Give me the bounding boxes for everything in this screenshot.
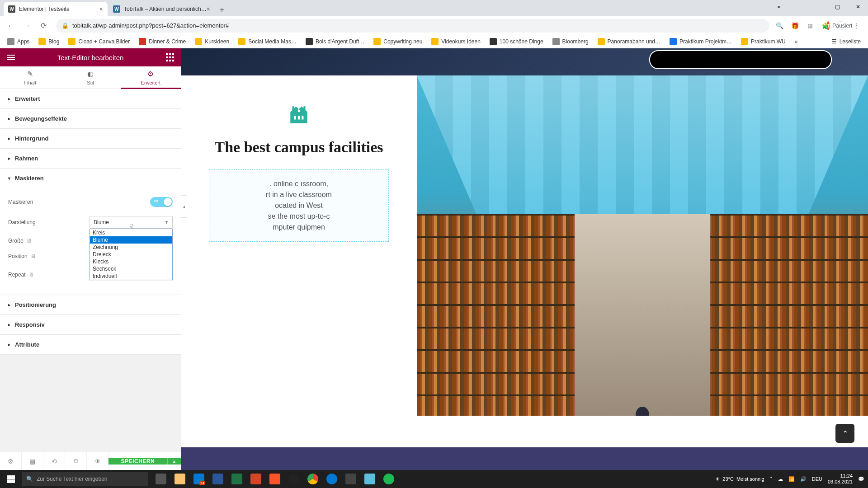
- section-bewegungseffekte[interactable]: ▸Bewegungseffekte: [0, 109, 181, 128]
- account-dot-icon[interactable]: ●: [769, 0, 789, 14]
- tab-advanced[interactable]: ⚙Erweitert: [121, 66, 181, 89]
- zoom-icon[interactable]: 🔍: [775, 21, 784, 30]
- tray-expand-button[interactable]: ˄: [770, 476, 773, 482]
- volume-icon[interactable]: 🔊: [800, 476, 807, 482]
- gift-icon[interactable]: 🎁: [790, 21, 799, 30]
- footer-section: [181, 447, 868, 470]
- shape-option-sechseck[interactable]: Sechseck: [90, 265, 172, 272]
- chrome-button[interactable]: [304, 470, 322, 488]
- back-button[interactable]: ←: [4, 19, 18, 33]
- shape-option-blume[interactable]: Blume: [90, 236, 172, 244]
- section-erweitert[interactable]: ▸Erweitert: [0, 89, 181, 108]
- word-button[interactable]: [209, 470, 227, 488]
- language-indicator[interactable]: DEU: [812, 476, 822, 482]
- history-icon: ⟲: [52, 458, 57, 465]
- shape-option-dreieck[interactable]: Dreieck: [90, 251, 172, 258]
- task-view-button[interactable]: [152, 470, 170, 488]
- bookmark-item[interactable]: Praktikum Projektm…: [666, 36, 736, 47]
- collapse-panel-button[interactable]: ◂: [181, 195, 187, 218]
- desktop-icon[interactable]: 🖥: [30, 253, 36, 259]
- history-button[interactable]: ⟲: [43, 452, 65, 470]
- app-button[interactable]: [342, 470, 360, 488]
- navigator-button[interactable]: ▤: [22, 452, 43, 470]
- new-tab-button[interactable]: +: [216, 4, 228, 16]
- shape-option-zeichnung[interactable]: Zeichnung: [90, 244, 172, 251]
- maximize-button[interactable]: ▢: [827, 0, 848, 14]
- responsive-button[interactable]: ⧉: [65, 452, 87, 470]
- shape-option-individuell[interactable]: Individuell: [90, 272, 172, 280]
- desktop-icon[interactable]: 🖥: [26, 238, 32, 244]
- taskbar-search[interactable]: 🔍Zur Suche Text hier eingeben: [22, 472, 148, 486]
- shape-option-kreis[interactable]: Kreis: [90, 229, 172, 236]
- panel-body[interactable]: ▸Erweitert ▸Bewegungseffekte ▸Hintergrun…: [0, 89, 181, 452]
- section-hintergrund[interactable]: ▸Hintergrund: [0, 129, 181, 148]
- panel-header: Text-Editor bearbeiten: [0, 48, 181, 66]
- outlook-button[interactable]: 24: [190, 470, 208, 488]
- save-options-button[interactable]: ▲: [167, 458, 181, 465]
- masked-text-widget[interactable]: . online c ıssroom, rt in a live classro…: [209, 169, 389, 242]
- bookmark-overflow[interactable]: »: [791, 37, 802, 47]
- obs-button[interactable]: [285, 470, 303, 488]
- preview-area[interactable]: ◂ The best campus facilities . online c …: [181, 48, 868, 470]
- section-attribute[interactable]: ▸Attribute: [0, 335, 181, 354]
- excel-button[interactable]: [228, 470, 246, 488]
- bookmark-item[interactable]: Dinner & Crime: [135, 36, 189, 47]
- shape-select[interactable]: Blume ▼ Kreis Blume Zeichnung Dreieck Kl…: [90, 216, 173, 229]
- bookmark-item[interactable]: Blog: [35, 36, 63, 47]
- weather-widget[interactable]: ☀23°CMeist sonnig: [715, 476, 764, 482]
- close-icon[interactable]: ×: [99, 5, 103, 13]
- tab-content[interactable]: ✎Inhalt: [0, 66, 60, 89]
- bookmark-item[interactable]: Videokurs Ideen: [428, 36, 484, 47]
- bookmark-item[interactable]: B100 schöne Dinge: [486, 36, 547, 47]
- bookmark-item[interactable]: Panoramabahn und…: [594, 36, 664, 47]
- scroll-top-button[interactable]: ⌃: [835, 424, 854, 443]
- minimize-button[interactable]: —: [807, 0, 827, 14]
- explorer-button[interactable]: [171, 470, 189, 488]
- bookmark-item[interactable]: Praktikum WU: [737, 36, 789, 47]
- menu-button[interactable]: [5, 52, 16, 63]
- browser-tab[interactable]: W TobiTalk – Aktien und persönlich… ×: [108, 2, 215, 16]
- url-input[interactable]: 🔒 tobitalk.at/wp-admin/post.php?post=627…: [56, 19, 769, 33]
- bookmark-item[interactable]: Copywriting neu: [370, 36, 426, 47]
- bookmark-item[interactable]: Bloomberg: [549, 36, 592, 47]
- notepad-button[interactable]: [361, 470, 379, 488]
- section-responsiv[interactable]: ▸Responsiv: [0, 315, 181, 334]
- forward-button[interactable]: →: [20, 19, 34, 33]
- mail-icon: 24: [193, 474, 204, 484]
- bookmark-item[interactable]: Cload + Canva Bilder: [65, 36, 133, 47]
- close-icon[interactable]: ×: [207, 5, 210, 13]
- section-maskieren[interactable]: ▾Maskieren: [0, 169, 181, 188]
- widgets-button[interactable]: [165, 52, 175, 63]
- menu-icon[interactable]: ⋮: [852, 21, 861, 30]
- reading-list-button[interactable]: ☰Leseliste: [828, 37, 864, 47]
- apps-button[interactable]: Apps: [4, 36, 33, 47]
- edge-button[interactable]: [323, 470, 341, 488]
- notifications-button[interactable]: 💬: [858, 476, 864, 482]
- bookmark-item[interactable]: Kursideen: [191, 36, 233, 47]
- save-button[interactable]: SPEICHERN: [108, 458, 167, 465]
- desktop-icon[interactable]: 🖥: [28, 272, 34, 278]
- spotify-button[interactable]: [380, 470, 398, 488]
- profile-button[interactable]: T Pausiert: [836, 21, 845, 30]
- section-positionierung[interactable]: ▸Positionierung: [0, 295, 181, 314]
- shield-icon[interactable]: ⊞: [806, 21, 815, 30]
- browser-tab-active[interactable]: W Elementor | Testseite ×: [4, 2, 108, 16]
- close-window-button[interactable]: ✕: [848, 0, 868, 14]
- shape-option-klecks[interactable]: Klecks: [90, 258, 172, 265]
- wifi-icon[interactable]: 📶: [788, 476, 795, 482]
- tab-style[interactable]: ◐Stil: [60, 66, 120, 89]
- mask-toggle[interactable]: An: [150, 197, 173, 207]
- section-rahmen[interactable]: ▸Rahmen: [0, 149, 181, 168]
- clock[interactable]: 11:2403.08.2021: [828, 473, 853, 485]
- bookmark-item[interactable]: Bois d'Argent Duft…: [302, 36, 368, 47]
- onedrive-icon[interactable]: ☁: [778, 476, 783, 482]
- start-button[interactable]: [0, 470, 22, 488]
- bookmark-item[interactable]: Social Media Mas…: [235, 36, 300, 47]
- bookmarks-bar: Apps Blog Cload + Canva Bilder Dinner & …: [0, 35, 868, 48]
- settings-button[interactable]: ⚙: [0, 452, 22, 470]
- preview-button[interactable]: 👁: [87, 452, 108, 470]
- brave-button[interactable]: [266, 470, 284, 488]
- chevron-right-icon: ▸: [8, 302, 10, 307]
- reload-button[interactable]: ⟳: [36, 19, 51, 33]
- powerpoint-button[interactable]: [247, 470, 265, 488]
